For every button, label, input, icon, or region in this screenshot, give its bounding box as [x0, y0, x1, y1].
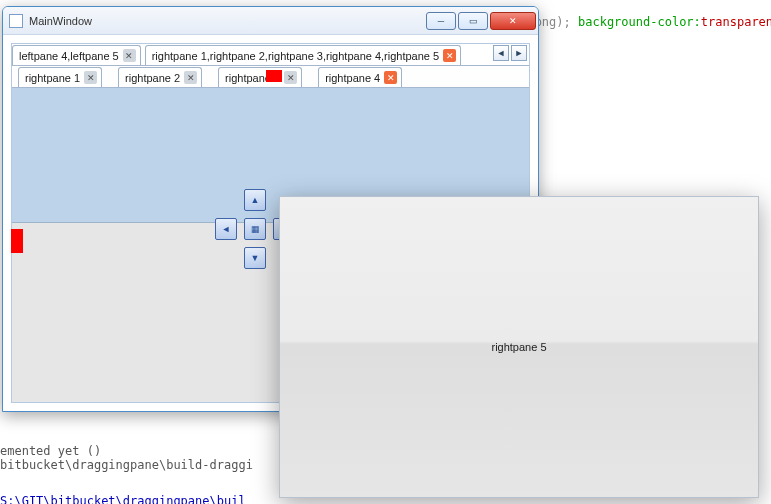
close-icon[interactable]: ✕ [123, 49, 136, 62]
close-icon[interactable]: ✕ [84, 71, 97, 84]
tab-label: rightpane 1,rightpane 2,rightpane 3,righ… [152, 50, 439, 62]
dock-up-button[interactable]: ▲ [244, 189, 266, 211]
outer-tabbar: leftpane 4,leftpane 5 ✕ rightpane 1,righ… [12, 44, 529, 66]
floating-pane-label: rightpane 5 [491, 341, 546, 353]
tab-label: rightpane 2 [125, 72, 180, 84]
tab-scroll-arrows: ◄ ► [493, 45, 527, 61]
outer-tab-left[interactable]: leftpane 4,leftpane 5 ✕ [12, 45, 141, 65]
close-icon[interactable]: ✕ [443, 49, 456, 62]
tab-label: rightpane 4 [325, 72, 380, 84]
dock-down-button[interactable]: ▼ [244, 247, 266, 269]
tab-scroll-right-button[interactable]: ► [511, 45, 527, 61]
code-fragment-mid1: emented yet () [0, 444, 101, 458]
dock-left-button[interactable]: ◄ [215, 218, 237, 240]
inner-tab-1[interactable]: rightpane 1 ✕ [18, 67, 102, 87]
close-icon[interactable]: ✕ [384, 71, 397, 84]
titlebar[interactable]: MainWindow ─ ▭ ✕ [3, 7, 538, 35]
inner-tab-4[interactable]: rightpane 4 ✕ [318, 67, 402, 87]
drag-marker-icon [266, 70, 282, 82]
app-icon [9, 14, 23, 28]
window-title: MainWindow [29, 15, 424, 27]
minimize-button[interactable]: ─ [426, 12, 456, 30]
tab-label: leftpane 4,leftpane 5 [19, 50, 119, 62]
close-icon[interactable]: ✕ [184, 71, 197, 84]
maximize-button[interactable]: ▭ [458, 12, 488, 30]
close-button[interactable]: ✕ [490, 12, 536, 30]
outer-tab-right[interactable]: rightpane 1,rightpane 2,rightpane 3,righ… [145, 45, 461, 65]
tab-scroll-left-button[interactable]: ◄ [493, 45, 509, 61]
inner-tab-2[interactable]: rightpane 2 ✕ [118, 67, 202, 87]
code-fragment-bottom: S:\GIT\bitbucket\draggingpane\buil [0, 494, 246, 504]
code-fragment-mid2: bitbucket\draggingpane\build-draggi [0, 458, 253, 472]
floating-pane[interactable]: rightpane 5 [279, 196, 759, 498]
dock-center-button[interactable]: ▦ [244, 218, 266, 240]
inner-tab-3[interactable]: rightpane 3 ✕ [218, 67, 302, 87]
close-icon[interactable]: ✕ [284, 71, 297, 84]
drag-marker-icon [11, 229, 23, 253]
tab-label: rightpane 1 [25, 72, 80, 84]
